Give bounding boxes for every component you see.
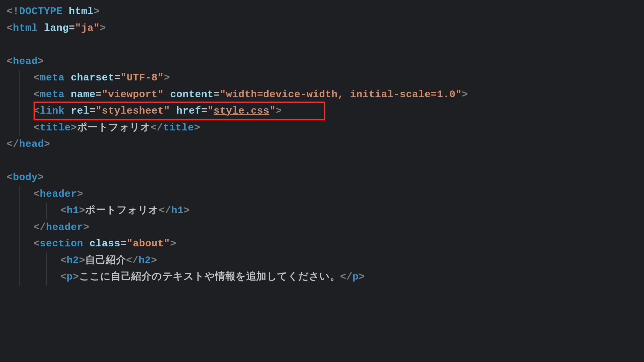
code-content bbox=[7, 39, 13, 50]
code-line[interactable]: <title>ポートフォリオ</title> bbox=[7, 120, 637, 136]
code-line[interactable] bbox=[7, 153, 637, 170]
indent-guide bbox=[19, 120, 20, 136]
indent-guide bbox=[19, 70, 20, 86]
code-content: <p>ここに自己紹介のテキストや情報を追加してください。</p> bbox=[60, 271, 365, 283]
code-line[interactable]: </header> bbox=[7, 219, 637, 236]
code-content: <body> bbox=[7, 172, 44, 183]
indent-guide bbox=[19, 202, 20, 219]
code-line[interactable]: <!DOCTYPE html> bbox=[7, 3, 637, 20]
indent-guide bbox=[19, 186, 20, 203]
code-line[interactable]: <meta charset="UTF-8"> bbox=[7, 70, 637, 86]
code-content: <title>ポートフォリオ</title> bbox=[34, 122, 200, 133]
code-line[interactable]: <link rel="stylesheet" href="style.css"> bbox=[7, 103, 637, 120]
code-content: </head> bbox=[7, 138, 50, 150]
indent-guide bbox=[19, 219, 20, 236]
code-line[interactable]: <h1>ポートフォリオ</h1> bbox=[7, 202, 637, 219]
indent-guide bbox=[19, 236, 20, 252]
code-content: <html lang="ja"> bbox=[7, 22, 106, 34]
code-line[interactable]: <meta name="viewport" content="width=dev… bbox=[7, 86, 637, 103]
indent-guide bbox=[46, 269, 47, 286]
code-line[interactable]: <head> bbox=[7, 53, 637, 70]
code-line[interactable]: <h2>自己紹介</h2> bbox=[7, 252, 637, 269]
code-content: <meta name="viewport" content="width=dev… bbox=[34, 89, 468, 100]
code-content: <header> bbox=[34, 188, 83, 200]
code-content: <section class="about"> bbox=[34, 238, 176, 249]
code-line[interactable] bbox=[7, 37, 637, 53]
code-line[interactable]: <section class="about"> bbox=[7, 236, 637, 252]
code-content: <link rel="stylesheet" href="style.css"> bbox=[34, 105, 282, 117]
code-content: <head> bbox=[7, 56, 44, 67]
indent-guide bbox=[19, 103, 20, 120]
code-content: </header> bbox=[34, 222, 90, 233]
code-content: <meta charset="UTF-8"> bbox=[34, 72, 170, 83]
code-line[interactable]: <html lang="ja"> bbox=[7, 20, 637, 37]
code-content: <h1>ポートフォリオ</h1> bbox=[60, 205, 190, 216]
indent-guide bbox=[19, 269, 20, 286]
indent-guide bbox=[46, 252, 47, 269]
code-content: <h2>自己紹介</h2> bbox=[60, 255, 157, 266]
code-line[interactable]: <body> bbox=[7, 169, 637, 186]
code-line[interactable]: <p>ここに自己紹介のテキストや情報を追加してください。</p> bbox=[7, 269, 637, 286]
code-content bbox=[7, 155, 13, 167]
code-line[interactable]: </head> bbox=[7, 136, 637, 153]
indent-guide bbox=[19, 86, 20, 103]
code-line[interactable]: <header> bbox=[7, 186, 637, 203]
code-editor[interactable]: <!DOCTYPE html><html lang="ja"> <head><m… bbox=[7, 3, 637, 286]
code-content: <!DOCTYPE html> bbox=[7, 6, 100, 17]
indent-guide bbox=[46, 202, 47, 219]
indent-guide bbox=[19, 252, 20, 269]
